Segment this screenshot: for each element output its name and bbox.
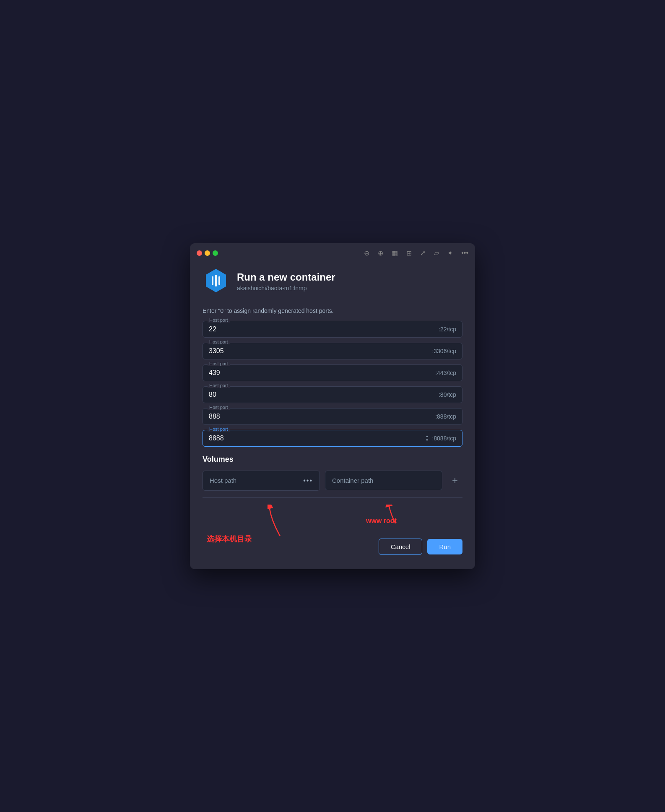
traffic-lights xyxy=(197,250,218,256)
spinner-down-5[interactable]: ▼ xyxy=(425,439,429,442)
maximize-button[interactable] xyxy=(213,250,218,256)
host-path-field[interactable]: Host path ••• xyxy=(203,471,320,491)
port-input-3[interactable] xyxy=(209,391,435,398)
tools-icon[interactable]: ✦ xyxy=(447,249,453,257)
port-field-3: Host port :80/tcp xyxy=(203,386,462,403)
port-suffix-3: :80/tcp xyxy=(439,391,456,398)
port-input-wrapper-1: :3306/tcp xyxy=(203,343,462,359)
port-input-wrapper-3: :80/tcp xyxy=(203,386,462,403)
port-suffix-4: :888/tcp xyxy=(435,413,456,420)
dialog-title: Run a new container xyxy=(237,271,335,283)
hint-text: Enter "0" to assign randomly generated h… xyxy=(203,307,462,314)
port-label-4: Host port xyxy=(208,405,230,410)
port-input-wrapper-4: :888/tcp xyxy=(203,408,462,425)
container-annotation-label: www root xyxy=(366,517,397,525)
minimize-button[interactable] xyxy=(205,250,210,256)
volumes-title: Volumes xyxy=(203,455,462,464)
port-field-1: Host port :3306/tcp xyxy=(203,343,462,359)
zoom-out-icon[interactable]: ⊖ xyxy=(364,249,369,257)
port-field-0: Host port :22/tcp xyxy=(203,321,462,338)
layout-icon[interactable]: ⊞ xyxy=(406,249,412,257)
volumes-row: Host path ••• Container path + xyxy=(203,471,462,491)
zoom-in-icon[interactable]: ⊕ xyxy=(378,249,383,257)
port-spinner-5: ▲ ▼ xyxy=(425,435,429,442)
host-arrow-icon xyxy=(268,505,293,538)
cancel-button[interactable]: Cancel xyxy=(379,539,423,555)
port-input-0[interactable] xyxy=(209,325,435,333)
divider xyxy=(203,497,462,498)
port-input-wrapper-0: :22/tcp xyxy=(203,321,462,338)
close-button[interactable] xyxy=(197,250,202,256)
port-suffix-5: :8888/tcp xyxy=(432,435,456,442)
footer: Cancel Run xyxy=(379,534,462,559)
port-suffix-0: :22/tcp xyxy=(439,326,456,333)
main-content: Run a new container akaishuichi/baota-m1… xyxy=(190,257,475,569)
port-label-3: Host port xyxy=(208,383,230,388)
run-button[interactable]: Run xyxy=(427,539,462,554)
port-input-5[interactable] xyxy=(209,435,422,442)
port-field-5: Host port ▲ ▼ :8888/tcp xyxy=(203,430,462,447)
port-label-2: Host port xyxy=(208,361,230,366)
browse-icon[interactable]: ••• xyxy=(303,477,313,484)
port-label-0: Host port xyxy=(208,318,230,323)
more-icon[interactable]: ••• xyxy=(461,249,468,257)
svg-rect-3 xyxy=(218,276,220,285)
port-input-wrapper-2: :443/tcp xyxy=(203,364,462,381)
titlebar: ⊖ ⊕ ▦ ⊞ ⤢ ▱ ✦ ••• xyxy=(190,243,475,257)
svg-rect-2 xyxy=(215,275,217,286)
port-input-2[interactable] xyxy=(209,369,432,377)
header-text: Run a new container akaishuichi/baota-m1… xyxy=(237,271,335,291)
toolbar-icons: ⊖ ⊕ ▦ ⊞ ⤢ ▱ ✦ ••• xyxy=(364,249,468,257)
volumes-section: Volumes Host path ••• Container path + xyxy=(203,455,462,559)
port-suffix-2: :443/tcp xyxy=(435,370,456,376)
annotations-overlay: 选择本机目录 www root Cancel Run xyxy=(203,505,462,559)
header: Run a new container akaishuichi/baota-m1… xyxy=(203,267,462,296)
port-input-4[interactable] xyxy=(209,413,432,420)
container-logo-icon xyxy=(203,267,229,296)
container-path-placeholder: Container path xyxy=(332,477,373,484)
port-input-1[interactable] xyxy=(209,347,429,355)
container-path-field[interactable]: Container path xyxy=(325,471,442,490)
svg-rect-1 xyxy=(212,276,213,285)
main-window: ⊖ ⊕ ▦ ⊞ ⤢ ▱ ✦ ••• Run a new container xyxy=(190,243,475,569)
add-volume-button[interactable]: + xyxy=(447,473,462,488)
port-input-wrapper-5: ▲ ▼ :8888/tcp xyxy=(203,430,462,447)
port-field-2: Host port :443/tcp xyxy=(203,364,462,381)
host-path-placeholder: Host path xyxy=(210,477,236,484)
port-field-4: Host port :888/tcp xyxy=(203,408,462,425)
port-label-1: Host port xyxy=(208,339,230,344)
host-annotation-label: 选择本机目录 xyxy=(207,534,252,544)
port-suffix-1: :3306/tcp xyxy=(432,348,456,354)
spinner-up-5[interactable]: ▲ xyxy=(425,435,429,438)
split-icon[interactable]: ▱ xyxy=(434,249,439,257)
port-fields-container: Host port :22/tcp Host port :3306/tcp Ho… xyxy=(203,321,462,447)
grid-icon[interactable]: ▦ xyxy=(392,249,398,257)
port-label-5: Host port xyxy=(208,427,230,432)
image-name: akaishuichi/baota-m1:lnmp xyxy=(237,285,335,291)
expand-icon[interactable]: ⤢ xyxy=(420,249,426,257)
